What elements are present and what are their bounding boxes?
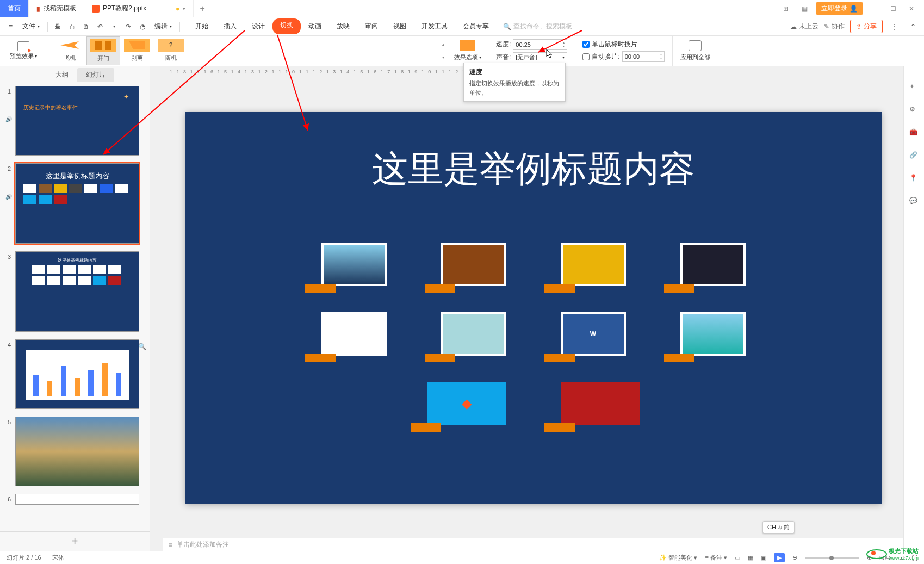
tab-dropdown-icon[interactable]: ▾ (183, 6, 185, 11)
tab-design[interactable]: 设计 (244, 18, 272, 34)
preview-icon[interactable] (17, 41, 29, 51)
grid-item[interactable] (561, 382, 640, 432)
tab-transition[interactable]: 切换 (272, 18, 301, 34)
transition-doors[interactable]: 开门 (86, 36, 120, 65)
save-icon[interactable]: 🖶 (51, 20, 64, 33)
maximize-button[interactable]: ☐ (886, 2, 900, 16)
design-icon[interactable]: ✦ (909, 83, 919, 92)
effect-options[interactable]: 效果选项 ▾ (448, 36, 488, 66)
minimize-button[interactable]: — (867, 2, 882, 16)
slide-canvas[interactable]: 这里是举例标题内容 W ◆ (185, 112, 882, 504)
grid-item[interactable]: W (561, 312, 626, 362)
settings-icon[interactable]: ⚙ (909, 106, 919, 115)
preview-label[interactable]: 预览效果 (10, 52, 34, 60)
slide-viewport[interactable]: 这里是举例标题内容 W ◆ (163, 77, 903, 538)
speed-input[interactable]: 00.25 ▴▾ (513, 39, 567, 50)
print-icon[interactable]: ⎙ (65, 20, 78, 33)
view-normal-icon[interactable]: ▭ (735, 554, 740, 561)
beautify-button[interactable]: ✨ 智能美化 ▾ (659, 554, 697, 562)
spin-down-icon[interactable]: ▾ (563, 45, 565, 48)
new-tab-button[interactable]: + (194, 4, 211, 14)
view-sorter-icon[interactable]: ▦ (748, 554, 753, 561)
print-preview-icon[interactable]: 🗎 (79, 20, 92, 33)
add-slide-button[interactable]: + (0, 531, 150, 551)
thumbnails-tab[interactable]: 幻灯片 (77, 68, 114, 82)
link-icon[interactable]: 🔗 (909, 151, 919, 161)
grid-item[interactable] (680, 312, 746, 362)
slide-thumb-3[interactable]: 这里是举例标题内容 (15, 251, 139, 332)
notes-bar[interactable]: ≡ 单击此处添加备注 (163, 538, 903, 551)
auto-time-input[interactable]: 00:00 ▴▾ (622, 51, 665, 62)
audio-icon: 🔊 (5, 194, 12, 200)
tab-animation[interactable]: 动画 (301, 18, 329, 34)
slide-title[interactable]: 这里是举例标题内容 (185, 145, 882, 194)
notes-toggle[interactable]: ≡ 备注 ▾ (705, 554, 727, 562)
tab-start[interactable]: 开始 (188, 18, 216, 34)
slide-thumb-2[interactable]: 这里是举例标题内容 (15, 163, 139, 244)
slide-thumb-4[interactable] (15, 339, 139, 409)
outline-tab[interactable]: 大纲 (47, 68, 77, 82)
grid-item[interactable] (680, 243, 746, 293)
thumb-number: 1 (4, 86, 11, 95)
tab-developer[interactable]: 开发工具 (414, 18, 455, 34)
cloud-status[interactable]: ☁ 未上云 (790, 22, 818, 31)
comment-icon[interactable]: 💬 (909, 197, 919, 207)
auto-advance-checkbox[interactable] (582, 53, 590, 60)
sound-select[interactable]: [无声音] ▾ (513, 52, 567, 63)
spin-up-icon[interactable]: ▴ (660, 53, 662, 57)
chevron-down-icon[interactable]: ▾ (35, 54, 37, 59)
location-icon[interactable]: 📍 (909, 174, 919, 184)
slide-thumb-6[interactable] (15, 494, 139, 505)
apply-to-all[interactable]: 应用到全部 (673, 40, 718, 61)
share-button[interactable]: ⇪ 分享 (850, 20, 883, 33)
zoom-out-icon[interactable]: ⊖ (792, 554, 797, 561)
spin-up-icon[interactable]: ▴ (563, 41, 565, 45)
thumbnails[interactable]: 1 🔊 历史记录中的著名事件 ✦ 2 🔊 这里是举例标题内容 (0, 83, 150, 531)
slide-thumb-5[interactable] (15, 417, 139, 486)
view-reading-icon[interactable]: ▣ (761, 554, 766, 561)
scroll-down-icon[interactable]: ▾ (438, 51, 448, 64)
collab-button[interactable]: ✎ 协作 (824, 22, 845, 31)
grid-item[interactable] (441, 243, 506, 293)
document-tab[interactable]: PPT教程2.pptx ● ▾ (84, 0, 194, 17)
click-advance-checkbox[interactable] (582, 41, 590, 48)
grid-item[interactable] (321, 312, 387, 362)
home-tab[interactable]: 首页 (0, 0, 29, 17)
file-menu[interactable]: 文件 ▾ (18, 20, 44, 33)
toolbox-icon[interactable]: 🧰 (909, 128, 919, 138)
tab-slideshow[interactable]: 放映 (329, 18, 357, 34)
grid-item[interactable]: ◆ (427, 382, 506, 432)
transition-peel[interactable]: 剥离 (120, 36, 154, 65)
spin-down-icon[interactable]: ▾ (660, 57, 662, 60)
edit-menu[interactable]: 编辑 ▾ (150, 20, 176, 33)
grid-item[interactable] (321, 243, 387, 293)
tab-insert[interactable]: 插入 (216, 18, 244, 34)
apps-icon[interactable]: ▦ (797, 2, 811, 16)
thumb-row: 3 这里是举例标题内容 (4, 251, 150, 332)
layout-icon[interactable]: ⊞ (779, 2, 793, 16)
tab-member[interactable]: 会员专享 (455, 18, 497, 34)
scroll-up-icon[interactable]: ▴ (438, 38, 448, 51)
ime-indicator[interactable]: CH ♫ 简 (762, 521, 795, 534)
slide-thumb-1[interactable]: 历史记录中的著名事件 ✦ (15, 86, 139, 156)
redo-icon[interactable]: ↷ (122, 20, 135, 33)
template-tab[interactable]: ▮ 找稻壳模板 (29, 0, 84, 17)
tab-view[interactable]: 视图 (386, 18, 414, 34)
gallery-expand[interactable]: ▴ ▾ (438, 38, 448, 64)
zoom-slider[interactable] (805, 557, 859, 559)
more-icon[interactable]: ⋮ (888, 20, 901, 33)
hamburger-icon[interactable]: ≡ (4, 21, 17, 33)
collapse-ribbon-icon[interactable]: ⌃ (907, 20, 920, 33)
grid-item[interactable] (441, 312, 506, 362)
chevron-down-icon[interactable]: ▾ (108, 20, 121, 33)
transition-plane[interactable]: 飞机 (53, 36, 86, 65)
command-search[interactable]: 🔍 查找命令、搜索模板 (503, 22, 572, 31)
undo-icon[interactable]: ↶ (94, 20, 107, 33)
tab-review[interactable]: 审阅 (357, 18, 386, 34)
view-slideshow-icon[interactable]: ▶ (774, 553, 785, 562)
transition-random[interactable]: ? 随机 (154, 36, 188, 65)
grid-item[interactable] (561, 243, 626, 293)
login-button[interactable]: 立即登录 👤 (816, 2, 863, 15)
format-painter-icon[interactable]: ◔ (136, 20, 149, 33)
close-button[interactable]: ✕ (904, 2, 919, 16)
